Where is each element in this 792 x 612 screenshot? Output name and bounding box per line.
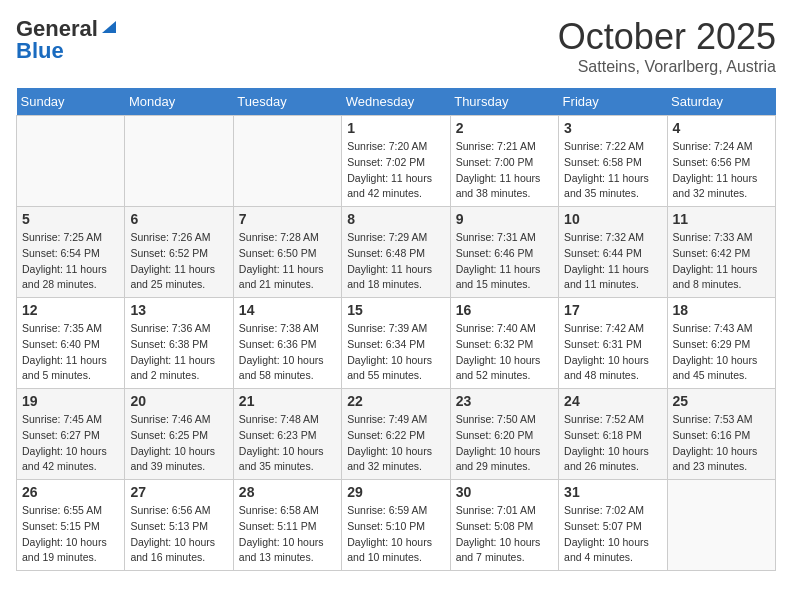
day-info: Sunrise: 7:01 AM Sunset: 5:08 PM Dayligh… <box>456 503 553 566</box>
calendar-cell: 3Sunrise: 7:22 AM Sunset: 6:58 PM Daylig… <box>559 116 667 207</box>
day-info: Sunrise: 7:29 AM Sunset: 6:48 PM Dayligh… <box>347 230 444 293</box>
day-number: 27 <box>130 484 227 500</box>
col-thursday: Thursday <box>450 88 558 116</box>
day-number: 8 <box>347 211 444 227</box>
day-number: 15 <box>347 302 444 318</box>
day-info: Sunrise: 6:56 AM Sunset: 5:13 PM Dayligh… <box>130 503 227 566</box>
day-info: Sunrise: 7:35 AM Sunset: 6:40 PM Dayligh… <box>22 321 119 384</box>
day-number: 9 <box>456 211 553 227</box>
calendar-cell: 30Sunrise: 7:01 AM Sunset: 5:08 PM Dayli… <box>450 480 558 571</box>
calendar-cell: 24Sunrise: 7:52 AM Sunset: 6:18 PM Dayli… <box>559 389 667 480</box>
calendar-subtitle: Satteins, Vorarlberg, Austria <box>558 58 776 76</box>
calendar-cell: 1Sunrise: 7:20 AM Sunset: 7:02 PM Daylig… <box>342 116 450 207</box>
day-number: 2 <box>456 120 553 136</box>
calendar-cell: 6Sunrise: 7:26 AM Sunset: 6:52 PM Daylig… <box>125 207 233 298</box>
calendar-cell: 23Sunrise: 7:50 AM Sunset: 6:20 PM Dayli… <box>450 389 558 480</box>
col-monday: Monday <box>125 88 233 116</box>
day-info: Sunrise: 7:40 AM Sunset: 6:32 PM Dayligh… <box>456 321 553 384</box>
day-number: 13 <box>130 302 227 318</box>
logo-triangle-icon <box>100 17 118 39</box>
day-info: Sunrise: 7:20 AM Sunset: 7:02 PM Dayligh… <box>347 139 444 202</box>
day-number: 1 <box>347 120 444 136</box>
day-number: 16 <box>456 302 553 318</box>
day-info: Sunrise: 7:48 AM Sunset: 6:23 PM Dayligh… <box>239 412 336 475</box>
calendar-cell: 8Sunrise: 7:29 AM Sunset: 6:48 PM Daylig… <box>342 207 450 298</box>
calendar-cell: 12Sunrise: 7:35 AM Sunset: 6:40 PM Dayli… <box>17 298 125 389</box>
day-number: 6 <box>130 211 227 227</box>
day-info: Sunrise: 7:22 AM Sunset: 6:58 PM Dayligh… <box>564 139 661 202</box>
day-info: Sunrise: 7:42 AM Sunset: 6:31 PM Dayligh… <box>564 321 661 384</box>
calendar-cell: 10Sunrise: 7:32 AM Sunset: 6:44 PM Dayli… <box>559 207 667 298</box>
col-saturday: Saturday <box>667 88 775 116</box>
calendar-cell: 16Sunrise: 7:40 AM Sunset: 6:32 PM Dayli… <box>450 298 558 389</box>
day-info: Sunrise: 7:52 AM Sunset: 6:18 PM Dayligh… <box>564 412 661 475</box>
day-info: Sunrise: 7:31 AM Sunset: 6:46 PM Dayligh… <box>456 230 553 293</box>
title-section: October 2025 Satteins, Vorarlberg, Austr… <box>558 16 776 76</box>
logo-blue-text: Blue <box>16 38 64 64</box>
calendar-table: Sunday Monday Tuesday Wednesday Thursday… <box>16 88 776 571</box>
calendar-cell: 22Sunrise: 7:49 AM Sunset: 6:22 PM Dayli… <box>342 389 450 480</box>
page-header: General Blue October 2025 Satteins, Vora… <box>16 16 776 76</box>
calendar-title: October 2025 <box>558 16 776 58</box>
calendar-cell: 19Sunrise: 7:45 AM Sunset: 6:27 PM Dayli… <box>17 389 125 480</box>
calendar-cell: 9Sunrise: 7:31 AM Sunset: 6:46 PM Daylig… <box>450 207 558 298</box>
day-info: Sunrise: 7:49 AM Sunset: 6:22 PM Dayligh… <box>347 412 444 475</box>
day-number: 3 <box>564 120 661 136</box>
calendar-cell: 17Sunrise: 7:42 AM Sunset: 6:31 PM Dayli… <box>559 298 667 389</box>
day-info: Sunrise: 7:46 AM Sunset: 6:25 PM Dayligh… <box>130 412 227 475</box>
calendar-cell <box>667 480 775 571</box>
day-number: 22 <box>347 393 444 409</box>
calendar-cell: 18Sunrise: 7:43 AM Sunset: 6:29 PM Dayli… <box>667 298 775 389</box>
calendar-cell: 4Sunrise: 7:24 AM Sunset: 6:56 PM Daylig… <box>667 116 775 207</box>
calendar-week-row: 26Sunrise: 6:55 AM Sunset: 5:15 PM Dayli… <box>17 480 776 571</box>
calendar-cell: 27Sunrise: 6:56 AM Sunset: 5:13 PM Dayli… <box>125 480 233 571</box>
calendar-cell: 21Sunrise: 7:48 AM Sunset: 6:23 PM Dayli… <box>233 389 341 480</box>
day-number: 11 <box>673 211 770 227</box>
day-info: Sunrise: 7:39 AM Sunset: 6:34 PM Dayligh… <box>347 321 444 384</box>
day-info: Sunrise: 6:59 AM Sunset: 5:10 PM Dayligh… <box>347 503 444 566</box>
calendar-cell: 15Sunrise: 7:39 AM Sunset: 6:34 PM Dayli… <box>342 298 450 389</box>
day-number: 12 <box>22 302 119 318</box>
col-sunday: Sunday <box>17 88 125 116</box>
day-info: Sunrise: 7:02 AM Sunset: 5:07 PM Dayligh… <box>564 503 661 566</box>
day-number: 26 <box>22 484 119 500</box>
calendar-cell: 11Sunrise: 7:33 AM Sunset: 6:42 PM Dayli… <box>667 207 775 298</box>
day-number: 29 <box>347 484 444 500</box>
day-info: Sunrise: 7:50 AM Sunset: 6:20 PM Dayligh… <box>456 412 553 475</box>
day-info: Sunrise: 7:33 AM Sunset: 6:42 PM Dayligh… <box>673 230 770 293</box>
day-number: 30 <box>456 484 553 500</box>
calendar-cell: 14Sunrise: 7:38 AM Sunset: 6:36 PM Dayli… <box>233 298 341 389</box>
day-number: 5 <box>22 211 119 227</box>
day-info: Sunrise: 7:45 AM Sunset: 6:27 PM Dayligh… <box>22 412 119 475</box>
day-info: Sunrise: 7:32 AM Sunset: 6:44 PM Dayligh… <box>564 230 661 293</box>
calendar-cell: 13Sunrise: 7:36 AM Sunset: 6:38 PM Dayli… <box>125 298 233 389</box>
calendar-week-row: 19Sunrise: 7:45 AM Sunset: 6:27 PM Dayli… <box>17 389 776 480</box>
calendar-week-row: 1Sunrise: 7:20 AM Sunset: 7:02 PM Daylig… <box>17 116 776 207</box>
day-info: Sunrise: 7:26 AM Sunset: 6:52 PM Dayligh… <box>130 230 227 293</box>
calendar-cell: 28Sunrise: 6:58 AM Sunset: 5:11 PM Dayli… <box>233 480 341 571</box>
calendar-cell <box>17 116 125 207</box>
day-number: 10 <box>564 211 661 227</box>
day-number: 28 <box>239 484 336 500</box>
calendar-cell: 29Sunrise: 6:59 AM Sunset: 5:10 PM Dayli… <box>342 480 450 571</box>
day-info: Sunrise: 7:25 AM Sunset: 6:54 PM Dayligh… <box>22 230 119 293</box>
day-info: Sunrise: 7:53 AM Sunset: 6:16 PM Dayligh… <box>673 412 770 475</box>
calendar-cell: 31Sunrise: 7:02 AM Sunset: 5:07 PM Dayli… <box>559 480 667 571</box>
day-info: Sunrise: 7:43 AM Sunset: 6:29 PM Dayligh… <box>673 321 770 384</box>
calendar-cell: 7Sunrise: 7:28 AM Sunset: 6:50 PM Daylig… <box>233 207 341 298</box>
day-info: Sunrise: 7:36 AM Sunset: 6:38 PM Dayligh… <box>130 321 227 384</box>
calendar-cell: 20Sunrise: 7:46 AM Sunset: 6:25 PM Dayli… <box>125 389 233 480</box>
day-info: Sunrise: 6:55 AM Sunset: 5:15 PM Dayligh… <box>22 503 119 566</box>
day-info: Sunrise: 7:24 AM Sunset: 6:56 PM Dayligh… <box>673 139 770 202</box>
day-number: 4 <box>673 120 770 136</box>
calendar-cell: 2Sunrise: 7:21 AM Sunset: 7:00 PM Daylig… <box>450 116 558 207</box>
col-wednesday: Wednesday <box>342 88 450 116</box>
day-info: Sunrise: 7:28 AM Sunset: 6:50 PM Dayligh… <box>239 230 336 293</box>
day-number: 7 <box>239 211 336 227</box>
day-number: 31 <box>564 484 661 500</box>
col-friday: Friday <box>559 88 667 116</box>
svg-marker-0 <box>102 21 116 33</box>
day-number: 14 <box>239 302 336 318</box>
calendar-cell <box>233 116 341 207</box>
day-number: 20 <box>130 393 227 409</box>
